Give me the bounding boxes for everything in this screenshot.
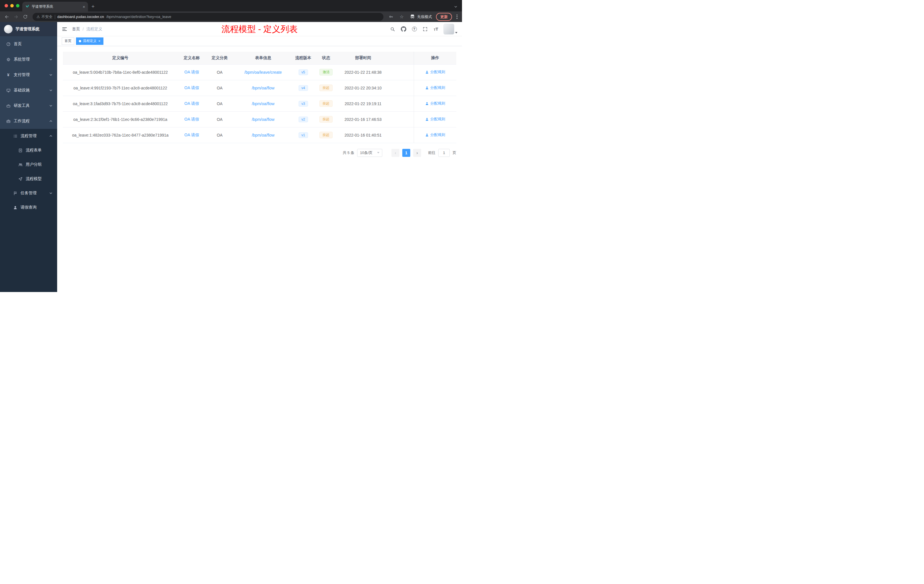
sidebar-item-workflow[interactable]: 工作流程	[0, 114, 57, 129]
assign-rule-link[interactable]: 分配规则	[425, 132, 445, 137]
close-window-button[interactable]	[5, 4, 8, 7]
github-icon[interactable]	[400, 26, 407, 32]
tag-process-definition[interactable]: 流程定义 ×	[76, 38, 104, 45]
minimize-window-button[interactable]	[10, 4, 14, 7]
flag-icon	[13, 191, 18, 195]
definition-name-link[interactable]: OA 请假	[184, 86, 199, 90]
definition-table: 定义编号 定义名称 定义分类 表单信息 流程版本 状态 部署时间 操作	[63, 52, 456, 143]
column-header-filler	[388, 52, 414, 64]
close-icon[interactable]: ×	[98, 39, 101, 43]
font-size-icon[interactable]: TT	[432, 26, 439, 31]
form-link[interactable]: /bpm/oa/flow	[252, 133, 274, 137]
page-unit-label: 页	[452, 150, 456, 155]
browser-tab[interactable]: 芋道管理系统 ×	[22, 2, 88, 12]
user-icon	[425, 102, 429, 106]
tag-home[interactable]: 首页	[62, 38, 74, 45]
assign-rule-link[interactable]: 分配规则	[425, 69, 445, 74]
kebab-menu-icon[interactable]	[455, 15, 459, 19]
tag-label: 首页	[64, 39, 71, 43]
window-controls	[5, 4, 20, 7]
tags-view-bar: 首页 流程定义 ×	[57, 36, 462, 46]
maximize-window-button[interactable]	[16, 4, 20, 7]
sidebar-item-system[interactable]: 系统管理	[0, 52, 57, 67]
definition-id: oa_leave:3:1fad3d93-7b75-11ec-a3c8-acde4…	[63, 96, 178, 111]
form-link[interactable]: /bpm/oa/flow	[252, 117, 274, 122]
definition-name-link[interactable]: OA 请假	[184, 70, 199, 74]
page-size-select[interactable]: 10条/页	[357, 149, 382, 157]
breadcrumb-current: 流程定义	[86, 26, 102, 32]
sidebar: 芋道管理系统 首页 系统管理 ¥	[0, 22, 57, 292]
breadcrumb-home[interactable]: 首页	[72, 26, 80, 32]
new-tab-icon[interactable]: +	[91, 4, 94, 9]
page-number-button[interactable]: 1	[402, 149, 410, 157]
gear-icon	[6, 58, 11, 62]
star-icon[interactable]: ☆	[398, 13, 406, 21]
definition-id: oa_leave:4:991f2193-7b7f-11ec-a3c8-acde4…	[63, 80, 178, 96]
definition-name-link[interactable]: OA 请假	[184, 117, 199, 121]
security-label: 不安全	[41, 14, 53, 20]
toolbox-icon	[6, 104, 11, 108]
table-header-row: 定义编号 定义名称 定义分类 表单信息 流程版本 状态 部署时间 操作	[63, 52, 456, 64]
column-header-action: 操作	[414, 52, 456, 64]
filler-cell	[388, 127, 414, 143]
form-link[interactable]: /bpm/oa/leave/create	[244, 70, 282, 74]
tag-label: 流程定义	[83, 39, 97, 43]
fullscreen-icon[interactable]	[422, 26, 429, 32]
sidebar-item-leave-query[interactable]: 请假查询	[0, 200, 57, 214]
dashboard-icon	[6, 42, 11, 46]
next-page-button[interactable]: ›	[413, 149, 421, 157]
favicon	[25, 4, 30, 10]
key-icon[interactable]	[387, 13, 395, 21]
forward-icon[interactable]	[12, 13, 20, 21]
hamburger-icon[interactable]	[62, 26, 68, 32]
user-icon	[425, 86, 429, 90]
chevron-up-icon	[49, 119, 53, 123]
user-icon	[425, 117, 429, 121]
question-icon[interactable]: ?	[411, 26, 418, 31]
logo-avatar	[4, 25, 13, 33]
definition-name-link[interactable]: OA 请假	[184, 101, 199, 106]
breadcrumb-separator: /	[82, 27, 84, 31]
sidebar-filler	[0, 214, 57, 292]
reload-icon[interactable]	[21, 13, 29, 21]
update-button[interactable]: 更新	[436, 13, 452, 21]
back-icon[interactable]	[3, 13, 11, 21]
sidebar-logo[interactable]: 芋道管理系统	[0, 22, 57, 36]
chevron-right-icon: ›	[417, 150, 418, 155]
sidebar-item-task-management[interactable]: 任务管理	[0, 186, 57, 200]
prev-page-button[interactable]: ‹	[391, 149, 399, 157]
warning-icon[interactable]: ⚠ 不安全	[36, 14, 53, 20]
assign-rule-link[interactable]: 分配规则	[425, 117, 445, 122]
sidebar-item-devtools[interactable]: 研发工具	[0, 98, 57, 114]
deployed-at: 2022-01-22 20:34:10	[338, 80, 388, 96]
form-link[interactable]: /bpm/oa/flow	[252, 101, 274, 106]
assign-rule-link[interactable]: 分配规则	[425, 85, 445, 90]
page-size-value: 10条/页	[360, 150, 373, 155]
table-row: oa_leave:4:991f2193-7b7f-11ec-a3c8-acde4…	[63, 80, 456, 96]
goto-label: 前往	[428, 150, 436, 155]
table-row: oa_leave:1:482ec033-762a-11ec-8477-a2380…	[63, 127, 456, 143]
sidebar-item-process-model[interactable]: 流程模型	[0, 172, 57, 186]
form-link[interactable]: /bpm/oa/flow	[252, 86, 274, 90]
search-icon[interactable]	[389, 26, 396, 32]
user-menu[interactable]	[444, 24, 457, 35]
sidebar-item-user-group[interactable]: 用户分组	[0, 157, 57, 172]
column-header-status: 状态	[314, 52, 338, 64]
pagination: 共 5 条 10条/页 ‹ 1 › 前往 页	[63, 149, 456, 157]
goto-page-input[interactable]	[438, 149, 450, 157]
sidebar-item-process-form[interactable]: 流程表单	[0, 143, 57, 157]
column-header-version: 流程版本	[292, 52, 314, 64]
definition-name-link[interactable]: OA 请假	[184, 133, 199, 137]
tab-search-icon[interactable]	[454, 5, 457, 10]
assign-rule-link[interactable]: 分配规则	[425, 101, 445, 106]
url-bar[interactable]: ⚠ 不安全 dashboard.yudao.iocoder.cn/bpm/man…	[33, 13, 383, 21]
sidebar-item-infrastructure[interactable]: 基础设施	[0, 82, 57, 98]
sidebar-item-label: 任务管理	[21, 191, 36, 196]
column-header-name: 定义名称	[178, 52, 206, 64]
sidebar-menu: 首页 系统管理 ¥ 支付管理	[0, 36, 57, 214]
close-tab-icon[interactable]: ×	[82, 5, 85, 9]
sidebar-item-process-management[interactable]: 流程管理	[0, 129, 57, 143]
deployed-at: 2022-01-16 01:40:51	[338, 127, 388, 143]
sidebar-item-payment[interactable]: ¥ 支付管理	[0, 67, 57, 82]
sidebar-item-home[interactable]: 首页	[0, 36, 57, 52]
